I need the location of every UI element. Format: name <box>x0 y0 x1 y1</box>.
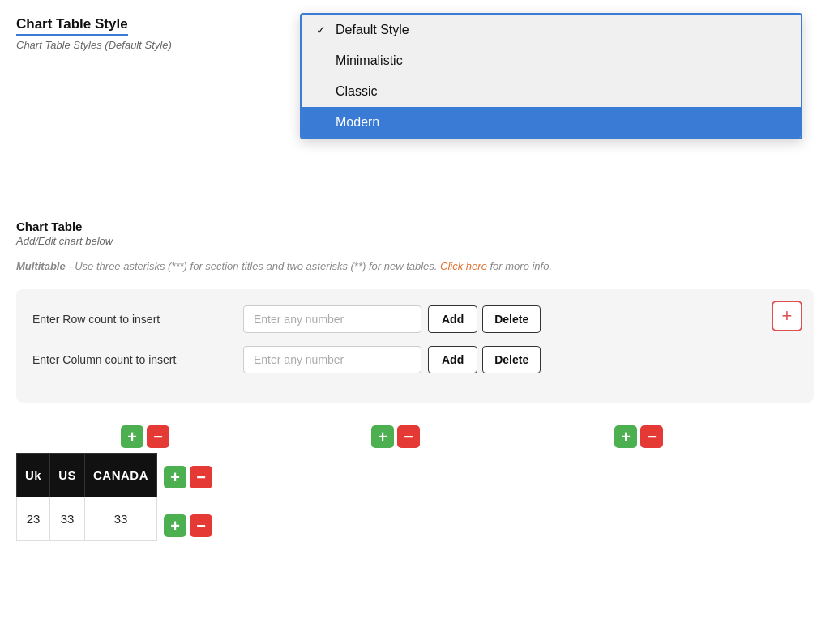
col-header-canada: CANADA <box>85 453 157 497</box>
multitable-text: - Use three asterisks (***) for section … <box>66 260 440 272</box>
checkmark-modern <box>316 116 329 129</box>
col-header-us: US <box>50 453 85 497</box>
col-count-input[interactable] <box>243 346 421 373</box>
table-wrapper: Uk US CANADA 23 33 33 <box>16 453 157 550</box>
col-header-uk: Uk <box>17 453 50 497</box>
col1-add-button[interactable]: + <box>121 425 143 448</box>
insert-panel: + Enter Row count to insert Add Delete E… <box>16 289 814 403</box>
multitable-info: Multitable - Use three asterisks (***) f… <box>16 258 814 275</box>
page-container: Chart Table Style Chart Table Styles (De… <box>0 0 830 566</box>
col-controls-row: + − + − + − <box>16 425 814 448</box>
row-add-button[interactable]: Add <box>428 305 477 333</box>
dropdown-label-modern: Modern <box>336 115 379 130</box>
row-controls-wrapper: + − + − <box>157 453 212 550</box>
style-section-title: Chart Table Style <box>16 16 128 36</box>
chart-table-title: Chart Table <box>16 220 814 233</box>
add-panel-plus-button[interactable]: + <box>772 301 802 331</box>
col3-controls: + − <box>517 425 760 448</box>
dropdown-label-minimalistic: Minimalistic <box>336 53 403 68</box>
table-row: 23 33 33 <box>17 497 157 540</box>
col3-remove-button[interactable]: − <box>640 425 663 448</box>
cell-canada-1: 33 <box>85 497 157 540</box>
dropdown-item-classic[interactable]: Classic <box>302 76 801 107</box>
row-count-input[interactable] <box>243 305 421 333</box>
row-insert-row: Enter Row count to insert Add Delete <box>32 305 798 333</box>
dropdown-label-classic: Classic <box>336 84 378 99</box>
data-row-controls: + − <box>157 501 212 550</box>
col-insert-label: Enter Column count to insert <box>32 353 243 366</box>
col-insert-row: Enter Column count to insert Add Delete <box>32 346 798 373</box>
header-row-add-button[interactable]: + <box>164 466 186 488</box>
data-row-remove-button[interactable]: − <box>190 514 212 537</box>
checkmark-default: ✓ <box>316 23 329 36</box>
dropdown-label-default: Default Style <box>336 23 409 37</box>
chart-table-subtitle: Add/Edit chart below <box>16 235 814 247</box>
cell-uk-1: 23 <box>17 497 50 540</box>
chart-table-section: Chart Table Add/Edit chart below <box>16 220 814 247</box>
checkmark-classic <box>316 85 329 98</box>
header-row-controls: + − <box>157 453 212 501</box>
dropdown-item-default[interactable]: ✓ Default Style <box>302 15 801 45</box>
table-header-row: Uk US CANADA <box>17 453 157 497</box>
col2-remove-button[interactable]: − <box>397 425 420 448</box>
data-row-add-button[interactable]: + <box>164 514 186 537</box>
table-with-row-controls: Uk US CANADA 23 33 33 <box>16 453 814 550</box>
col1-controls: + − <box>16 425 274 448</box>
col2-controls: + − <box>274 425 517 448</box>
multitable-bold: Multitable <box>16 260 66 272</box>
checkmark-minimalistic <box>316 54 329 67</box>
multitable-link[interactable]: Click here <box>440 260 487 272</box>
col3-add-button[interactable]: + <box>614 425 637 448</box>
multitable-after: for more info. <box>487 260 552 272</box>
col-delete-button[interactable]: Delete <box>482 346 541 373</box>
row-insert-label: Enter Row count to insert <box>32 313 243 326</box>
cell-us-1: 33 <box>50 497 85 540</box>
chart-table: Uk US CANADA 23 33 33 <box>16 453 157 541</box>
style-dropdown[interactable]: ✓ Default Style Minimalistic Classic Mod… <box>300 13 802 139</box>
style-dropdown-wrapper: ✓ Default Style Minimalistic Classic Mod… <box>300 13 802 139</box>
row-delete-button[interactable]: Delete <box>482 305 541 333</box>
dropdown-item-minimalistic[interactable]: Minimalistic <box>302 45 801 76</box>
col2-add-button[interactable]: + <box>371 425 394 448</box>
col1-remove-button[interactable]: − <box>147 425 169 448</box>
dropdown-item-modern[interactable]: Modern <box>302 107 801 138</box>
col-add-button[interactable]: Add <box>428 346 477 373</box>
header-row-remove-button[interactable]: − <box>190 466 212 488</box>
table-area: + − + − + − Uk US CANADA <box>16 425 814 550</box>
